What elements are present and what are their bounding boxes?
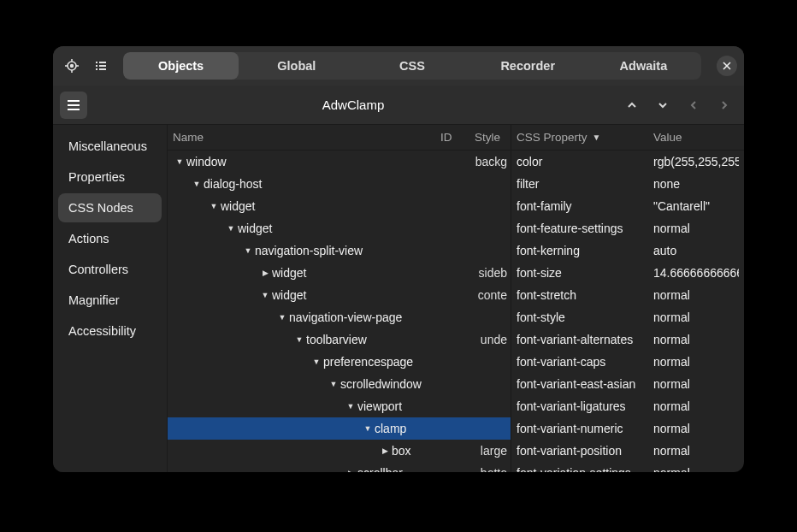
col-css-property-label: CSS Property xyxy=(517,131,587,144)
tree-node-style: conte xyxy=(478,288,507,302)
tree-node-style: backg xyxy=(475,155,507,168)
property-row[interactable]: font-variant-east-asiannormal xyxy=(511,373,744,395)
property-row[interactable]: font-variant-capsnormal xyxy=(511,351,744,373)
expander-open-icon[interactable]: ▼ xyxy=(292,335,306,344)
chevron-down-icon[interactable] xyxy=(650,92,676,118)
chevron-left-icon[interactable] xyxy=(681,92,706,118)
svg-rect-6 xyxy=(96,62,97,63)
expander-open-icon[interactable]: ▼ xyxy=(173,157,186,166)
tree-node-label: toolbarview xyxy=(306,333,481,346)
expander-open-icon[interactable]: ▼ xyxy=(310,358,323,366)
svg-point-1 xyxy=(71,65,74,68)
tree-row[interactable]: ▶scrollbarbotto xyxy=(168,462,511,472)
tree-row[interactable]: ▼navigation-view-page xyxy=(168,306,511,328)
props-body[interactable]: colorrgb(255,255,255)filternonefont-fami… xyxy=(511,151,744,472)
tree-row[interactable]: ▼toolbarviewunde xyxy=(168,328,511,351)
property-row[interactable]: font-variant-numericnormal xyxy=(511,417,744,440)
tree-node-label: navigation-view-page xyxy=(289,310,507,324)
menu-button[interactable] xyxy=(60,92,87,119)
property-name: font-variant-ligatures xyxy=(517,399,653,413)
tree-row[interactable]: ▼widget xyxy=(168,217,511,239)
sidebar: MiscellaneousPropertiesCSS NodesActionsC… xyxy=(53,125,168,472)
property-row[interactable]: font-variation-settingsnormal xyxy=(511,462,744,472)
chevron-right-icon[interactable] xyxy=(711,92,737,118)
property-name: color xyxy=(517,155,653,168)
property-name: font-variant-alternates xyxy=(517,333,653,346)
close-button[interactable] xyxy=(717,56,737,76)
tree-node-style: botto xyxy=(481,466,507,472)
tab-recorder[interactable]: Recorder xyxy=(470,52,586,80)
sort-desc-icon: ▼ xyxy=(593,133,601,142)
tree-node-label: navigation-split-view xyxy=(255,244,507,257)
sidebar-item-miscellaneous[interactable]: Miscellaneous xyxy=(58,132,162,161)
tree-row[interactable]: ▼dialog-host xyxy=(168,173,511,195)
col-value[interactable]: Value xyxy=(653,131,739,144)
property-name: font-kerning xyxy=(517,244,653,257)
property-row[interactable]: font-variant-ligaturesnormal xyxy=(511,395,744,417)
tree-row[interactable]: ▼clamp xyxy=(168,417,511,440)
col-css-property[interactable]: CSS Property ▼ xyxy=(517,131,653,144)
property-row[interactable]: font-variant-positionnormal xyxy=(511,440,744,462)
object-title: AdwClamp xyxy=(92,98,614,112)
property-value: "Cantarell" xyxy=(653,199,739,213)
expander-open-icon[interactable]: ▼ xyxy=(207,202,221,210)
tab-adwaita[interactable]: Adwaita xyxy=(586,52,701,80)
content-area: MiscellaneousPropertiesCSS NodesActionsC… xyxy=(53,125,744,472)
tree-row[interactable]: ▼widgetconte xyxy=(168,284,511,306)
property-name: font-feature-settings xyxy=(517,222,653,235)
tree-body[interactable]: ▼windowbackg▼dialog-host▼widget▼widget▼n… xyxy=(168,151,511,472)
tree-node-label: dialog-host xyxy=(204,177,507,191)
tree-row[interactable]: ▶boxlarge xyxy=(168,440,511,462)
tree-row[interactable]: ▼widget xyxy=(168,195,511,217)
expander-open-icon[interactable]: ▼ xyxy=(327,380,340,388)
expander-open-icon[interactable]: ▼ xyxy=(344,402,357,411)
property-row[interactable]: filternone xyxy=(511,173,744,195)
titlebar: ObjectsGlobalCSSRecorderAdwaita xyxy=(53,46,744,86)
sidebar-item-magnifier[interactable]: Magnifier xyxy=(58,286,162,315)
col-name[interactable]: Name xyxy=(173,131,440,144)
expander-open-icon[interactable]: ▼ xyxy=(190,180,204,188)
target-icon[interactable] xyxy=(60,54,84,78)
tab-objects[interactable]: Objects xyxy=(123,52,239,80)
property-row[interactable]: font-variant-alternatesnormal xyxy=(511,328,744,351)
sidebar-item-controllers[interactable]: Controllers xyxy=(58,255,162,284)
expander-closed-icon[interactable]: ▶ xyxy=(258,269,272,277)
property-row[interactable]: font-stretchnormal xyxy=(511,284,744,306)
property-row[interactable]: font-family"Cantarell" xyxy=(511,195,744,217)
expander-closed-icon[interactable]: ▶ xyxy=(344,469,357,472)
expander-open-icon[interactable]: ▼ xyxy=(224,224,238,233)
property-row[interactable]: font-feature-settingsnormal xyxy=(511,217,744,239)
sidebar-item-properties[interactable]: Properties xyxy=(58,163,162,192)
tab-css[interactable]: CSS xyxy=(354,52,469,80)
property-row[interactable]: font-stylenormal xyxy=(511,306,744,328)
sidebar-item-actions[interactable]: Actions xyxy=(58,224,162,253)
chevron-up-icon[interactable] xyxy=(619,92,645,118)
col-id[interactable]: ID xyxy=(440,131,475,144)
tree-row[interactable]: ▶widgetsideb xyxy=(168,262,511,284)
tree-node-style: unde xyxy=(481,333,507,346)
tree-row[interactable]: ▼preferencespage xyxy=(168,351,511,373)
tree-node-label: clamp xyxy=(375,422,507,435)
property-row[interactable]: font-kerningauto xyxy=(511,239,744,262)
tree-row[interactable]: ▼windowbackg xyxy=(168,151,511,173)
inspector-window: ObjectsGlobalCSSRecorderAdwaita AdwClamp… xyxy=(53,46,744,472)
tree-node-label: viewport xyxy=(357,399,507,413)
property-value: normal xyxy=(653,466,739,472)
sidebar-item-accessibility[interactable]: Accessibility xyxy=(58,316,162,346)
expander-open-icon[interactable]: ▼ xyxy=(361,424,375,433)
tree-node-label: box xyxy=(392,444,481,458)
property-row[interactable]: font-size14.666666666666 xyxy=(511,262,744,284)
tab-global[interactable]: Global xyxy=(239,52,354,80)
expander-open-icon[interactable]: ▼ xyxy=(241,246,255,255)
property-row[interactable]: colorrgb(255,255,255) xyxy=(511,151,744,173)
tree-node-label: scrollbar xyxy=(357,466,481,472)
expander-closed-icon[interactable]: ▶ xyxy=(378,446,392,455)
list-icon[interactable] xyxy=(89,54,113,78)
tree-row[interactable]: ▼navigation-split-view xyxy=(168,239,511,262)
expander-open-icon[interactable]: ▼ xyxy=(275,313,289,322)
col-style[interactable]: Style xyxy=(475,131,505,144)
tree-row[interactable]: ▼scrolledwindow xyxy=(168,373,511,395)
tree-row[interactable]: ▼viewport xyxy=(168,395,511,417)
expander-open-icon[interactable]: ▼ xyxy=(258,291,272,299)
sidebar-item-css-nodes[interactable]: CSS Nodes xyxy=(58,193,162,222)
